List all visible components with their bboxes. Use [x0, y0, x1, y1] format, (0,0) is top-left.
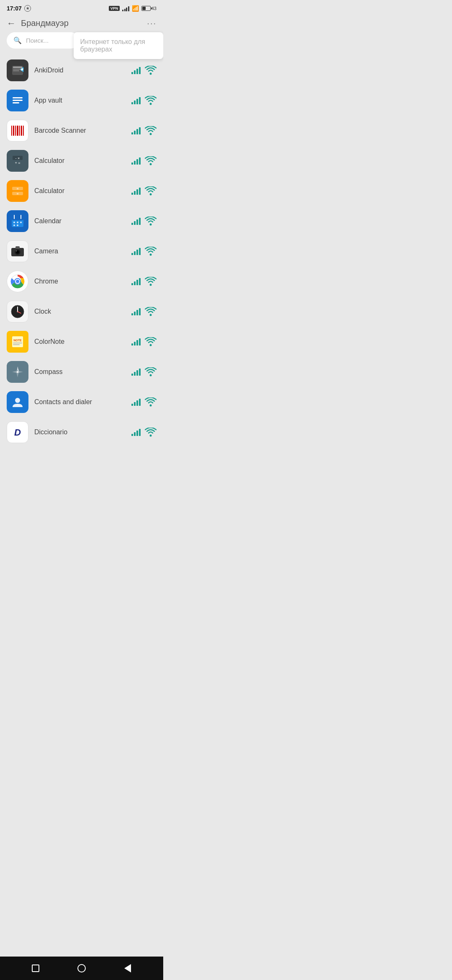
app-controls	[131, 156, 157, 165]
list-item[interactable]: Chrome	[0, 266, 163, 297]
list-item[interactable]: D Diccionario	[0, 417, 163, 447]
status-bar: 17:07 ★ VPN 📶 43	[0, 0, 163, 15]
svg-rect-97	[134, 342, 136, 346]
search-placeholder: Поиск...	[26, 37, 49, 44]
svg-rect-90	[139, 308, 141, 315]
svg-rect-9	[136, 69, 138, 74]
svg-rect-60	[136, 219, 138, 225]
vpn-badge: VPN	[109, 6, 120, 11]
app-controls	[131, 96, 157, 105]
app-list: ★ AnkiDroid App va	[0, 55, 163, 481]
svg-rect-28	[134, 131, 136, 134]
svg-rect-37	[136, 159, 138, 165]
svg-rect-70	[134, 251, 136, 255]
svg-point-62	[150, 224, 152, 226]
list-item[interactable]: = = Calculator	[0, 176, 163, 206]
svg-rect-47	[139, 188, 141, 195]
svg-rect-50	[12, 217, 23, 220]
svg-rect-115	[139, 399, 141, 406]
list-item[interactable]: Calendar	[0, 206, 163, 236]
app-icon-colornote: NOTE	[7, 331, 28, 353]
svg-text:NOTE: NOTE	[13, 339, 22, 342]
app-name: Clock	[34, 308, 126, 315]
list-item[interactable]: - × + = Calculator	[0, 146, 163, 176]
app-controls	[131, 247, 157, 256]
svg-rect-12	[13, 97, 23, 98]
app-controls	[131, 428, 157, 437]
svg-rect-112	[131, 404, 133, 406]
svg-rect-113	[134, 402, 136, 406]
svg-point-11	[150, 73, 152, 75]
svg-rect-88	[134, 312, 136, 315]
app-name: Camera	[34, 248, 126, 255]
svg-point-57	[17, 224, 18, 226]
svg-rect-8	[134, 70, 136, 74]
svg-rect-30	[139, 127, 141, 134]
svg-rect-94	[13, 343, 22, 343]
list-item[interactable]: Contacts and dialer	[0, 387, 163, 417]
svg-rect-24	[19, 126, 20, 136]
app-name: Contacts and dialer	[34, 398, 126, 406]
svg-point-55	[20, 222, 22, 223]
svg-rect-87	[131, 313, 133, 315]
svg-rect-80	[136, 280, 138, 285]
svg-rect-18	[139, 97, 141, 104]
app-name: Barcode Scanner	[34, 127, 126, 134]
svg-point-91	[150, 314, 152, 316]
search-container: 🔍 Поиск... Интернет только для браузерах	[0, 32, 163, 55]
app-controls	[131, 186, 157, 196]
list-item[interactable]: ★ AnkiDroid	[0, 55, 163, 85]
svg-text:=: =	[17, 187, 19, 191]
svg-rect-22	[15, 126, 16, 136]
svg-point-54	[17, 222, 18, 223]
svg-rect-64	[15, 246, 20, 249]
list-item[interactable]: Compass	[0, 357, 163, 387]
svg-rect-61	[139, 218, 141, 225]
search-bar[interactable]: 🔍 Поиск...	[7, 32, 79, 49]
svg-point-39	[150, 163, 152, 165]
svg-rect-15	[131, 102, 133, 104]
svg-rect-118	[131, 434, 133, 436]
back-button[interactable]: ←	[7, 19, 16, 28]
header: ← Брандмауэр ···	[0, 15, 163, 32]
app-controls	[131, 66, 157, 75]
list-item[interactable]: App vault	[0, 85, 163, 116]
svg-rect-108	[136, 370, 138, 376]
list-item[interactable]: NOTE ColorNote	[0, 327, 163, 357]
more-menu-button[interactable]: ···	[147, 18, 157, 28]
app-name: Compass	[34, 368, 126, 376]
svg-rect-3	[13, 70, 19, 71]
list-item[interactable]: Clock	[0, 297, 163, 327]
app-name: Calendar	[34, 217, 126, 225]
svg-point-82	[150, 284, 152, 286]
svg-rect-95	[13, 344, 20, 345]
app-icon-contacts	[7, 391, 28, 413]
svg-rect-109	[139, 369, 141, 376]
svg-point-77	[16, 280, 19, 283]
tooltip-box: Интернет только для браузерах	[74, 32, 164, 59]
list-item[interactable]: Camera	[0, 236, 163, 266]
svg-point-100	[150, 344, 152, 346]
app-name: Calculator	[34, 187, 126, 195]
svg-rect-119	[134, 432, 136, 436]
svg-rect-29	[136, 129, 138, 134]
star-icon: ★	[24, 5, 31, 12]
svg-rect-46	[136, 189, 138, 195]
list-item[interactable]: Barcode Scanner	[0, 116, 163, 146]
svg-rect-44	[131, 193, 133, 195]
svg-rect-121	[139, 429, 141, 436]
svg-rect-21	[13, 126, 14, 136]
app-name: App vault	[34, 97, 126, 104]
signal-bars	[122, 5, 129, 11]
svg-rect-7	[131, 72, 133, 74]
svg-rect-98	[136, 340, 138, 346]
tooltip-text: Интернет только для браузерах	[80, 38, 145, 53]
svg-text:★: ★	[20, 67, 24, 72]
svg-point-116	[150, 405, 152, 407]
search-icon: 🔍	[13, 36, 22, 44]
app-controls	[131, 307, 157, 316]
svg-point-19	[150, 103, 152, 105]
app-controls	[131, 397, 157, 407]
svg-point-53	[13, 222, 15, 223]
app-icon-ankidroid: ★	[7, 59, 28, 81]
